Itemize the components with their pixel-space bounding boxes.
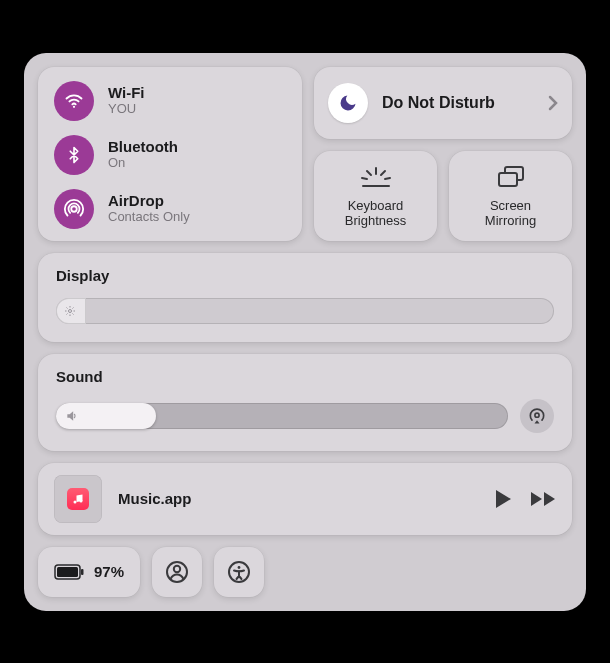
keyboard-brightness-icon (359, 163, 393, 191)
control-center-panel: Wi-Fi YOU Bluetooth On (24, 53, 586, 611)
svg-line-7 (385, 178, 390, 179)
svg-point-1 (71, 206, 77, 212)
keyboard-brightness-label: KeyboardBrightness (345, 199, 406, 229)
airdrop-subtitle: Contacts Only (108, 210, 190, 225)
sound-row (56, 399, 554, 433)
svg-point-10 (69, 309, 72, 312)
svg-point-0 (73, 105, 75, 107)
music-app-name: Music.app (118, 490, 478, 507)
screen-mirroring-icon (496, 163, 526, 191)
sound-card: Sound (38, 354, 572, 451)
user-switcher-button[interactable] (152, 547, 202, 597)
bottom-row: 97% (38, 547, 572, 597)
svg-point-26 (174, 565, 180, 571)
airdrop-title: AirDrop (108, 192, 190, 209)
sound-slider-thumb (56, 403, 156, 429)
svg-point-21 (80, 499, 83, 502)
display-slider[interactable] (56, 298, 554, 324)
wifi-icon (54, 81, 94, 121)
now-playing-card[interactable]: Music.app (38, 463, 572, 535)
wifi-row[interactable]: Wi-Fi YOU (54, 81, 286, 121)
bluetooth-subtitle: On (108, 156, 178, 171)
airdrop-icon (54, 189, 94, 229)
svg-line-15 (67, 307, 68, 308)
chevron-right-icon (548, 95, 558, 111)
battery-icon (54, 564, 84, 580)
battery-label: 97% (94, 563, 124, 580)
music-artwork (54, 475, 102, 523)
music-controls (494, 489, 556, 509)
svg-line-18 (73, 307, 74, 308)
accessibility-button[interactable] (214, 547, 264, 597)
wifi-subtitle: YOU (108, 102, 145, 117)
bluetooth-row[interactable]: Bluetooth On (54, 135, 286, 175)
wifi-title: Wi-Fi (108, 84, 145, 101)
airplay-audio-button[interactable] (520, 399, 554, 433)
wifi-text: Wi-Fi YOU (108, 84, 145, 116)
sound-slider[interactable] (56, 403, 508, 429)
svg-line-5 (381, 171, 385, 175)
screen-mirroring-button[interactable]: ScreenMirroring (449, 151, 572, 241)
display-title: Display (56, 267, 554, 284)
music-app-icon (67, 488, 89, 510)
svg-rect-24 (81, 569, 84, 575)
display-card: Display (38, 253, 572, 342)
screen-mirroring-label: ScreenMirroring (485, 199, 536, 229)
play-button[interactable] (494, 489, 512, 509)
connectivity-card: Wi-Fi YOU Bluetooth On (38, 67, 302, 241)
svg-line-6 (362, 178, 367, 179)
brightness-low-icon (64, 305, 76, 317)
svg-point-20 (74, 500, 77, 503)
svg-line-17 (67, 313, 68, 314)
svg-point-28 (238, 566, 241, 569)
bluetooth-icon (54, 135, 94, 175)
top-right-column: Do Not Disturb (314, 67, 572, 241)
keyboard-brightness-button[interactable]: KeyboardBrightness (314, 151, 437, 241)
next-track-button[interactable] (530, 491, 556, 507)
airdrop-row[interactable]: AirDrop Contacts Only (54, 189, 286, 229)
bluetooth-title: Bluetooth (108, 138, 178, 155)
top-row: Wi-Fi YOU Bluetooth On (38, 67, 572, 241)
airplay-icon (527, 406, 547, 426)
svg-rect-9 (499, 173, 517, 186)
volume-low-icon (64, 409, 80, 423)
sound-title: Sound (56, 368, 554, 385)
bluetooth-text: Bluetooth On (108, 138, 178, 170)
svg-line-16 (73, 313, 74, 314)
do-not-disturb-label: Do Not Disturb (382, 94, 534, 112)
svg-point-19 (535, 413, 539, 417)
svg-rect-23 (57, 567, 78, 577)
mini-row: KeyboardBrightness ScreenMirroring (314, 151, 572, 241)
accessibility-icon (227, 560, 251, 584)
do-not-disturb-button[interactable]: Do Not Disturb (314, 67, 572, 139)
battery-chip[interactable]: 97% (38, 547, 140, 597)
moon-icon (328, 83, 368, 123)
airdrop-text: AirDrop Contacts Only (108, 192, 190, 224)
svg-line-4 (367, 171, 371, 175)
user-icon (165, 560, 189, 584)
